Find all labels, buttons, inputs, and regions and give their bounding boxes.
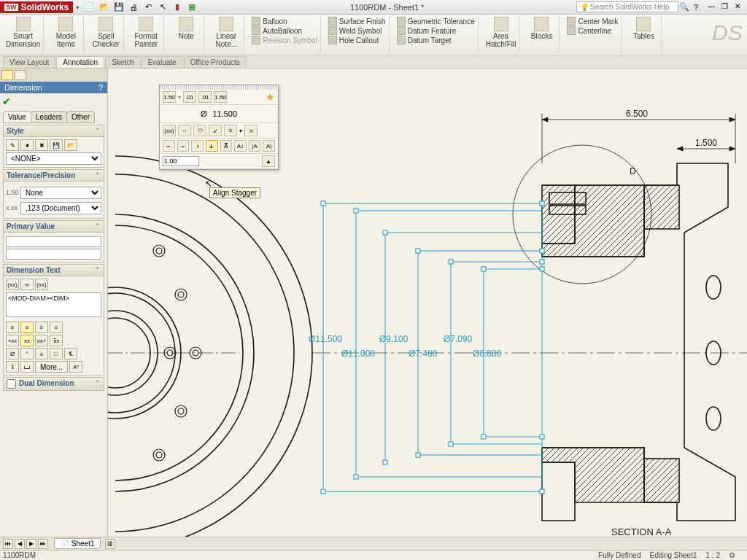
save-icon[interactable]: 💾 <box>113 1 125 13</box>
sheet-tab-1[interactable]: 📄 Sheet1 <box>54 538 101 549</box>
help-icon[interactable]: ? <box>690 1 702 13</box>
sheet-first-icon[interactable]: ⏮ <box>3 539 13 549</box>
justify-full-icon[interactable]: ≡ <box>50 322 63 333</box>
app-menu-chevron[interactable]: ▾ <box>76 4 80 11</box>
text-above-icon[interactable]: A̅ <box>220 140 233 152</box>
center-mark-button[interactable]: Center Mark <box>567 17 618 26</box>
open-icon[interactable]: 📂 <box>98 1 110 13</box>
dt-btn-2[interactable]: xx <box>20 335 34 346</box>
pm-subtab-leaders[interactable]: Leaders <box>31 111 67 123</box>
style-delete-icon[interactable]: ✖ <box>35 139 48 151</box>
balloon-button[interactable]: Balloon <box>252 17 317 26</box>
style-save-icon[interactable]: 💾 <box>50 139 63 151</box>
primary-value-name-input[interactable] <box>6 236 101 247</box>
add-sheet-icon[interactable]: ▥ <box>105 539 115 549</box>
sym-counterbore-icon[interactable]: ⌴ <box>20 361 34 373</box>
pm-subtab-value[interactable]: Value <box>3 111 31 123</box>
pm-style-header[interactable]: Style <box>3 125 104 137</box>
arrange1-icon[interactable]: ⫟ <box>163 140 175 152</box>
pm-dual-dimension-header[interactable]: Dual Dimension <box>3 377 104 391</box>
spell-checker-button[interactable]: Spell Checker <box>91 17 120 48</box>
favorite-star-icon[interactable]: ★ <box>266 91 275 103</box>
sym-square-icon[interactable]: □ <box>50 348 63 359</box>
weld-symbol-button[interactable]: Weld Symbol <box>328 26 386 35</box>
allcaps-icon[interactable]: Aᴬ <box>69 361 82 373</box>
dt-tol-icon[interactable]: 1.50 <box>163 91 176 103</box>
blocks-button[interactable]: Blocks <box>527 17 556 40</box>
linear-note-button[interactable]: Linear Note... <box>212 17 241 48</box>
options-icon[interactable]: ▦ <box>186 1 198 13</box>
tab-sketch[interactable]: Sketch <box>105 56 141 68</box>
area-hatch-button[interactable]: Area Hatch/Fill <box>486 17 516 48</box>
pm-ok-icon[interactable]: ✔ <box>2 96 11 107</box>
tab-evaluate[interactable]: Evaluate <box>142 56 183 68</box>
autoballoon-button[interactable]: AutoBalloon <box>252 26 317 35</box>
sheet-last-icon[interactable]: ⏭ <box>38 539 48 549</box>
dt-prec2-icon[interactable]: .01 <box>198 91 212 103</box>
dt-btn-4[interactable]: x̄x <box>50 335 63 346</box>
print-icon[interactable]: 🖨 <box>128 1 139 13</box>
dual-dimension-checkbox[interactable] <box>7 379 16 389</box>
inspect2-icon[interactable]: ⬭ <box>193 125 206 136</box>
search-icon[interactable]: 🔍 <box>678 1 690 13</box>
dt-btn-1[interactable]: +xx <box>6 335 19 346</box>
dimtext-suffix-icon[interactable]: (xx) <box>35 279 48 290</box>
tolerance-type-select[interactable]: None <box>20 187 101 199</box>
centerline-button[interactable]: Centerline <box>567 26 618 35</box>
leader-icon[interactable]: ↙ <box>209 125 222 136</box>
dimension-text-input[interactable]: <MOD-DIAM><DIM> <box>6 292 101 317</box>
minimize-icon[interactable]: — <box>706 2 716 12</box>
pm-subtab-other[interactable]: Other <box>66 111 95 123</box>
sheet-prev-icon[interactable]: ◀ <box>15 539 25 549</box>
tab-office-products[interactable]: Office Products <box>184 56 247 68</box>
tab-view-layout[interactable]: View Layout <box>3 56 55 68</box>
more-symbols-button[interactable]: More... <box>35 361 68 373</box>
sym-degree-icon[interactable]: ° <box>20 348 34 359</box>
stagger-spacing-input[interactable] <box>163 156 199 166</box>
hole-callout-button[interactable]: Hole Callout <box>328 36 386 44</box>
datum-feature-button[interactable]: Datum Feature <box>397 26 475 35</box>
arrange2-icon[interactable]: ⫠ <box>177 140 190 152</box>
justify-left-icon[interactable]: ≡ <box>6 322 19 333</box>
style-apply-icon[interactable]: ✎ <box>6 139 19 151</box>
surface-finish-button[interactable]: Surface Finish <box>328 17 386 26</box>
pm-help-icon[interactable]: ? <box>98 83 103 92</box>
arrange3-icon[interactable]: ⫞ <box>191 140 204 152</box>
dt-prec-icon[interactable]: .01 <box>183 91 196 103</box>
help-search-input[interactable]: Search SolidWorks Help <box>576 1 678 12</box>
sym-diameter-icon[interactable]: Ø <box>6 348 19 359</box>
spinner-up-icon[interactable]: ▲ <box>262 155 275 167</box>
dimtext-prefix-icon[interactable]: (xx) <box>6 279 19 290</box>
format-painter-button[interactable]: Format Painter <box>131 17 160 48</box>
sym-depth-icon[interactable]: ↧ <box>6 361 19 373</box>
smart-dimension-button[interactable]: Smart Dimension <box>6 17 40 48</box>
text-flip-icon[interactable]: A↕ <box>234 140 247 152</box>
break-icon[interactable]: ⤫ <box>244 125 258 136</box>
align-stagger-icon[interactable]: ⫝ <box>206 140 218 152</box>
tables-button[interactable]: Tables <box>629 17 658 40</box>
primary-value-input[interactable] <box>6 249 101 260</box>
select-icon[interactable]: ↖ <box>157 1 169 13</box>
pm-primary-value-header[interactable]: Primary Value <box>3 220 104 233</box>
new-icon[interactable]: 📄 <box>84 1 96 13</box>
datum-target-button[interactable]: Datum Target <box>397 36 475 44</box>
pm-dimension-text-header[interactable]: Dimension Text <box>3 264 104 276</box>
dt-btn-3[interactable]: xx+ <box>35 335 48 346</box>
dimtext-center-icon[interactable]: ·x· <box>20 279 34 290</box>
rebuild-icon[interactable]: ▮ <box>171 1 183 13</box>
pm-tolerance-header[interactable]: Tolerance/Precision <box>3 169 104 182</box>
offset-icon[interactable]: ↔︎ <box>178 125 191 136</box>
text-right-icon[interactable]: A| <box>263 140 275 152</box>
undo-icon[interactable]: ↶ <box>142 1 154 13</box>
style-load-icon[interactable]: 📂 <box>64 139 77 151</box>
restore-icon[interactable]: ❐ <box>719 2 729 12</box>
paren-icon[interactable]: (xx) <box>163 125 176 136</box>
pm-tab-feature-icon[interactable] <box>1 70 13 80</box>
tab-annotation[interactable]: Annotation <box>56 56 104 68</box>
note-button[interactable]: Note <box>171 17 201 40</box>
dt-inspect-icon[interactable]: 1.50 <box>214 91 227 103</box>
sym-plusminus-icon[interactable]: ± <box>35 348 48 359</box>
tolerance-precision-select[interactable]: .123 (Document) <box>20 202 101 214</box>
dimension-context-toolbar[interactable]: 1.50 ▾ .01 .01 1.50 ★ Ø 11.500 (xx) ↔︎ ⬭… <box>159 85 279 170</box>
justify-right-icon[interactable]: ≡ <box>35 322 48 333</box>
